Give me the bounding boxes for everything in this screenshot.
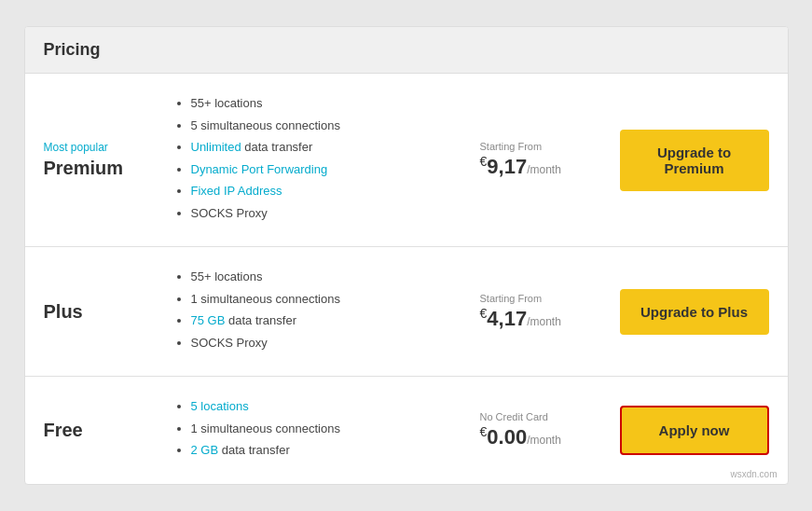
plan-name-label-premium: Premium <box>44 158 156 179</box>
price-premium: €9,17/month <box>480 154 601 179</box>
plans-body: Most popularPremium55+ locations5 simult… <box>25 74 788 484</box>
upgrade-button-premium[interactable]: Upgrade to Premium <box>620 130 769 191</box>
list-item: 5 simultaneous connections <box>191 117 461 135</box>
currency-symbol: € <box>480 306 488 321</box>
plan-row-premium: Most popularPremium55+ locations5 simult… <box>25 74 788 247</box>
list-item: Fixed IP Address <box>191 182 461 200</box>
list-item: Dynamic Port Forwarding <box>191 160 461 179</box>
plan-name-label-free: Free <box>44 420 156 441</box>
list-item: 1 simultaneous connections <box>191 420 461 438</box>
wsxdn-label: wsxdn.com <box>730 469 777 479</box>
apply-button-free[interactable]: Apply now <box>620 406 769 455</box>
feature-link[interactable]: 75 GB <box>191 313 226 327</box>
pricing-title: Pricing <box>44 40 769 60</box>
plan-action-col-free: Apply now <box>601 406 769 455</box>
list-item: Unlimited data transfer <box>191 138 461 157</box>
plan-pricing-col-premium: Starting From€9,17/month <box>461 141 601 179</box>
feature-link[interactable]: Fixed IP Address <box>191 184 282 198</box>
plan-name-col-plus: Plus <box>44 301 156 323</box>
plan-row-free: Free5 locations1 simultaneous connection… <box>25 377 788 484</box>
list-item: 55+ locations <box>191 268 461 286</box>
plan-features-col-free: 5 locations1 simultaneous connections2 G… <box>156 397 461 463</box>
price-free: €0.00/month <box>480 424 601 449</box>
list-item: 2 GB data transfer <box>191 441 461 460</box>
feature-link[interactable]: 5 locations <box>191 399 249 413</box>
feature-link[interactable]: Unlimited <box>191 140 241 154</box>
list-item: 1 simultaneous connections <box>191 290 461 309</box>
list-item: SOCKS Proxy <box>191 204 461 223</box>
feature-link[interactable]: 2 GB <box>191 443 219 457</box>
plan-features-col-plus: 55+ locations1 simultaneous connections7… <box>156 268 461 355</box>
plan-action-col-premium: Upgrade to Premium <box>601 130 769 191</box>
plan-pricing-col-free: No Credit Card€0.00/month <box>461 411 601 449</box>
upgrade-button-plus[interactable]: Upgrade to Plus <box>620 289 769 335</box>
most-popular-premium: Most popular <box>44 141 156 154</box>
starting-from-free: No Credit Card <box>480 411 601 422</box>
per-month: /month <box>527 163 561 176</box>
list-item: 75 GB data transfer <box>191 311 461 330</box>
list-item: 55+ locations <box>191 94 461 113</box>
plan-row-plus: Plus55+ locations1 simultaneous connecti… <box>25 247 788 377</box>
starting-from-plus: Starting From <box>480 293 601 304</box>
list-item: SOCKS Proxy <box>191 334 461 352</box>
plan-name-col-premium: Most popularPremium <box>44 141 156 179</box>
plan-name-label-plus: Plus <box>44 301 156 323</box>
per-month: /month <box>527 315 561 328</box>
feature-link[interactable]: Dynamic Port Forwarding <box>191 162 328 176</box>
starting-from-premium: Starting From <box>480 141 601 152</box>
pricing-container: Pricing Most popularPremium55+ locations… <box>24 26 789 485</box>
list-item: 5 locations <box>191 397 461 416</box>
currency-symbol: € <box>480 424 488 439</box>
plan-name-col-free: Free <box>44 420 156 441</box>
per-month: /month <box>527 434 561 447</box>
currency-symbol: € <box>480 154 488 169</box>
pricing-header: Pricing <box>25 27 788 74</box>
plan-pricing-col-plus: Starting From€4,17/month <box>461 293 601 331</box>
price-plus: €4,17/month <box>480 306 601 331</box>
plan-features-col-premium: 55+ locations5 simultaneous connectionsU… <box>156 94 461 226</box>
plan-action-col-plus: Upgrade to Plus <box>601 289 769 335</box>
